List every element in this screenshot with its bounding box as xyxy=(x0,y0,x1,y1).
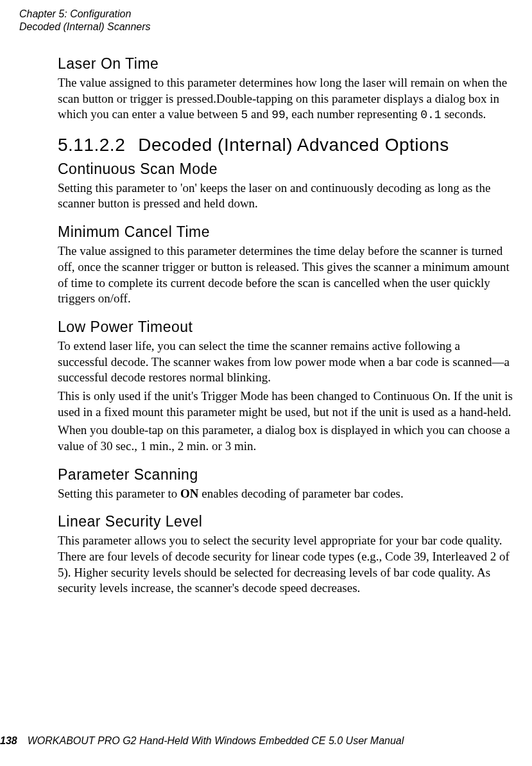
text: and xyxy=(248,107,271,121)
heading-parameter-scanning: Parameter Scanning xyxy=(58,466,513,483)
para-continuous-scan-mode: Setting this parameter to 'on' keeps the… xyxy=(58,180,513,212)
page-number: 138 xyxy=(0,735,17,746)
text: enables decoding of parameter bar codes. xyxy=(199,487,404,500)
heading-minimum-cancel-time: Minimum Cancel Time xyxy=(58,223,513,241)
para-linear-security-level: This parameter allows you to select the … xyxy=(58,533,513,596)
heading-laser-on-time: Laser On Time xyxy=(58,55,513,73)
value-on: ON xyxy=(180,487,199,500)
footer-text: WORKABOUT PRO G2 Hand-Held With Windows … xyxy=(28,735,404,746)
content-area: Laser On Time The value assigned to this… xyxy=(58,55,513,596)
text: seconds. xyxy=(442,107,486,121)
para-low-power-1: To extend laser life, you can select the… xyxy=(58,338,513,386)
page-footer: 138WORKABOUT PRO G2 Hand-Held With Windo… xyxy=(0,735,404,747)
heading-linear-security-level: Linear Security Level xyxy=(58,513,513,530)
section-title: Decoded (Internal) Advanced Options xyxy=(138,135,449,155)
running-header: Chapter 5: Configuration Decoded (Intern… xyxy=(19,8,513,33)
text: , each number representing xyxy=(286,107,421,121)
value-5: 5 xyxy=(241,109,248,121)
para-low-power-2: This is only used if the unit's Trigger … xyxy=(58,388,513,420)
para-minimum-cancel-time: The value assigned to this parameter det… xyxy=(58,243,513,307)
page: Chapter 5: Configuration Decoded (Intern… xyxy=(0,0,532,766)
para-laser-on-time: The value assigned to this parameter det… xyxy=(58,75,513,123)
para-parameter-scanning: Setting this parameter to ON enables dec… xyxy=(58,486,513,502)
running-header-chapter: Chapter 5: Configuration xyxy=(19,8,513,21)
heading-advanced-options: 5.11.2.2Decoded (Internal) Advanced Opti… xyxy=(58,135,513,155)
para-low-power-3: When you double-tap on this parameter, a… xyxy=(58,422,513,454)
heading-continuous-scan-mode: Continuous Scan Mode xyxy=(58,161,513,178)
text: Setting this parameter to xyxy=(58,487,180,500)
running-header-section: Decoded (Internal) Scanners xyxy=(19,21,513,33)
value-99: 99 xyxy=(271,109,286,121)
heading-low-power-timeout: Low Power Timeout xyxy=(58,318,513,336)
section-number: 5.11.2.2 xyxy=(58,135,125,155)
value-0-1: 0.1 xyxy=(420,109,441,121)
